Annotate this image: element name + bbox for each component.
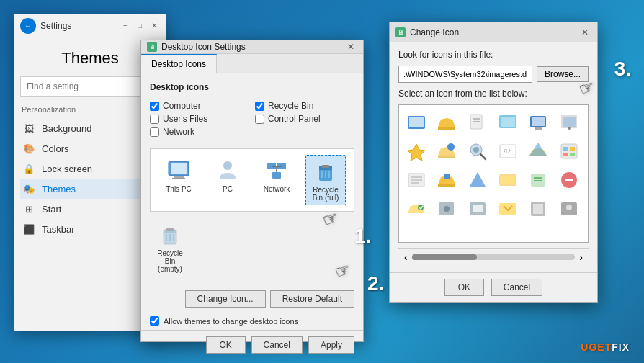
ci-icon-14[interactable] bbox=[434, 167, 460, 193]
ci-icon-20[interactable] bbox=[434, 196, 460, 222]
svg-point-64 bbox=[444, 206, 450, 212]
svg-rect-13 bbox=[322, 165, 329, 168]
svg-rect-66 bbox=[473, 205, 483, 212]
settings-titlebar-left: ← Settings bbox=[20, 18, 71, 34]
checkbox-computer[interactable]: Computer bbox=[150, 101, 249, 111]
scroll-left-icon[interactable]: ‹ bbox=[404, 251, 408, 263]
pc-label: PC bbox=[223, 185, 233, 193]
dialog-ok-button[interactable]: OK bbox=[206, 336, 246, 354]
checkbox-control-panel[interactable]: Control Panel bbox=[255, 114, 354, 124]
svg-point-40 bbox=[473, 147, 479, 153]
ci-icon-6[interactable] bbox=[556, 109, 582, 135]
change-icon-cancel-button[interactable]: Cancel bbox=[491, 279, 542, 296]
dialog-apply-button[interactable]: Apply bbox=[308, 336, 354, 354]
ci-icon-4[interactable] bbox=[495, 109, 521, 135]
ci-icon-11[interactable] bbox=[525, 138, 551, 164]
settings-search-input[interactable] bbox=[20, 76, 160, 97]
pc-icon bbox=[215, 158, 241, 184]
sidebar-item-start[interactable]: ⊞ Start bbox=[20, 199, 160, 219]
checkbox-control-panel-input[interactable] bbox=[255, 115, 264, 124]
allow-themes-checkbox[interactable] bbox=[150, 316, 159, 326]
icon-grid-area: This PC PC Network Recycle Bin (full) bbox=[150, 148, 354, 212]
sidebar-item-lock-screen[interactable]: 🔒 Lock screen bbox=[20, 158, 160, 179]
path-row: Browse... bbox=[398, 66, 589, 83]
settings-window-title: Settings bbox=[40, 21, 71, 31]
checkbox-users-files-input[interactable] bbox=[150, 115, 159, 124]
checkbox-users-files[interactable]: User's Files bbox=[150, 114, 249, 124]
ci-icon-3[interactable] bbox=[465, 109, 491, 135]
ci-icon-18[interactable] bbox=[556, 167, 582, 193]
settings-titlebar: ← Settings − □ ✕ bbox=[14, 14, 166, 37]
ci-icon-16[interactable] bbox=[495, 167, 521, 193]
change-icon-ok-button[interactable]: OK bbox=[444, 279, 484, 296]
sidebar-item-background[interactable]: 🖼 Background bbox=[20, 118, 160, 138]
settings-maximize-button[interactable]: □ bbox=[134, 20, 146, 32]
icon-this-pc[interactable]: This PC bbox=[158, 155, 199, 196]
ci-icon-9[interactable] bbox=[465, 138, 491, 164]
dialog-tabs: Desktop Icons bbox=[141, 54, 363, 73]
change-icon-button[interactable]: Change Icon... bbox=[185, 290, 266, 308]
ci-icon-2[interactable] bbox=[434, 109, 460, 135]
icon-recycle-bin-empty[interactable]: Recycle Bin (empty) bbox=[150, 219, 190, 276]
ci-icon-12[interactable] bbox=[556, 138, 582, 164]
checkbox-computer-input[interactable] bbox=[150, 102, 159, 111]
checkbox-recycle-bin[interactable]: Recycle Bin bbox=[255, 101, 354, 111]
sidebar-item-taskbar[interactable]: ⬛ Taskbar bbox=[20, 219, 160, 239]
watermark-brand-accent: UG bbox=[581, 341, 597, 353]
checkbox-network-input[interactable] bbox=[150, 127, 159, 137]
tab-desktop-icons[interactable]: Desktop Icons bbox=[141, 54, 217, 73]
scrollbar-row: ‹ › bbox=[398, 248, 589, 265]
ci-icon-10[interactable]: ♫♪ bbox=[495, 138, 521, 164]
svg-rect-57 bbox=[531, 174, 545, 187]
change-icon-title-left: 🖥 Change Icon bbox=[395, 27, 459, 37]
ci-icon-17[interactable] bbox=[525, 167, 551, 193]
desktop-icon-dialog-close-button[interactable]: ✕ bbox=[344, 40, 357, 53]
checkbox-recycle-bin-label: Recycle Bin bbox=[268, 101, 313, 111]
scroll-right-icon[interactable]: › bbox=[579, 251, 583, 263]
icon-recycle-bin-full[interactable]: Recycle Bin (full) bbox=[305, 155, 346, 205]
scrollbar-track[interactable] bbox=[412, 254, 576, 260]
change-icon-dialog: 🖥 Change Icon ✕ Look for icons in this f… bbox=[389, 22, 598, 302]
change-icon-app-icon: 🖥 bbox=[395, 27, 406, 37]
ci-icon-15[interactable] bbox=[465, 167, 491, 193]
change-icon-close-button[interactable]: ✕ bbox=[578, 26, 591, 39]
change-icon-body: Look for icons in this file: Browse... S… bbox=[390, 42, 597, 272]
icon-network[interactable]: Network bbox=[256, 155, 297, 196]
icon-pc[interactable]: PC bbox=[207, 155, 248, 196]
svg-rect-19 bbox=[166, 228, 174, 231]
settings-minimize-button[interactable]: − bbox=[120, 20, 131, 32]
ci-icon-23[interactable] bbox=[525, 196, 551, 222]
ci-icon-24[interactable] bbox=[556, 196, 582, 222]
lock-icon: 🔒 bbox=[23, 163, 35, 174]
checkbox-recycle-bin-input[interactable] bbox=[255, 102, 264, 111]
svg-point-38 bbox=[447, 143, 455, 151]
svg-rect-46 bbox=[570, 147, 575, 151]
dialog-title-left: 🖥 Desktop Icon Settings bbox=[147, 42, 246, 52]
ci-icon-19[interactable] bbox=[403, 196, 429, 222]
ci-icon-22[interactable] bbox=[495, 196, 521, 222]
ci-icon-5[interactable] bbox=[525, 109, 551, 135]
ci-icon-8[interactable] bbox=[434, 138, 460, 164]
settings-close-button[interactable]: ✕ bbox=[148, 20, 160, 32]
path-label: Look for icons in this file: bbox=[398, 50, 589, 60]
dialog-cancel-button[interactable]: Cancel bbox=[251, 336, 303, 354]
network-icon bbox=[264, 158, 290, 184]
sidebar-item-themes-label: Themes bbox=[42, 184, 76, 194]
checkbox-network[interactable]: Network bbox=[150, 127, 249, 137]
svg-rect-32 bbox=[532, 117, 545, 126]
svg-rect-1 bbox=[171, 163, 187, 174]
browse-button[interactable]: Browse... bbox=[537, 66, 589, 82]
svg-rect-54 bbox=[444, 174, 450, 179]
ci-icon-21[interactable] bbox=[465, 196, 491, 222]
svg-rect-56 bbox=[501, 176, 515, 184]
watermark-brand-highlight: ET bbox=[597, 341, 612, 353]
ci-icon-7[interactable] bbox=[403, 138, 429, 164]
icon-recycle-bin-empty-row: Recycle Bin (empty) bbox=[150, 218, 354, 277]
ci-icon-1[interactable] bbox=[403, 109, 429, 135]
path-input[interactable] bbox=[398, 66, 532, 83]
settings-back-button[interactable]: ← bbox=[20, 18, 36, 34]
restore-default-button[interactable]: Restore Default bbox=[270, 290, 354, 308]
sidebar-item-colors[interactable]: 🎨 Colors bbox=[20, 138, 160, 158]
ci-icon-13[interactable] bbox=[403, 167, 429, 193]
sidebar-item-themes[interactable]: 🎭 Themes bbox=[20, 179, 160, 199]
